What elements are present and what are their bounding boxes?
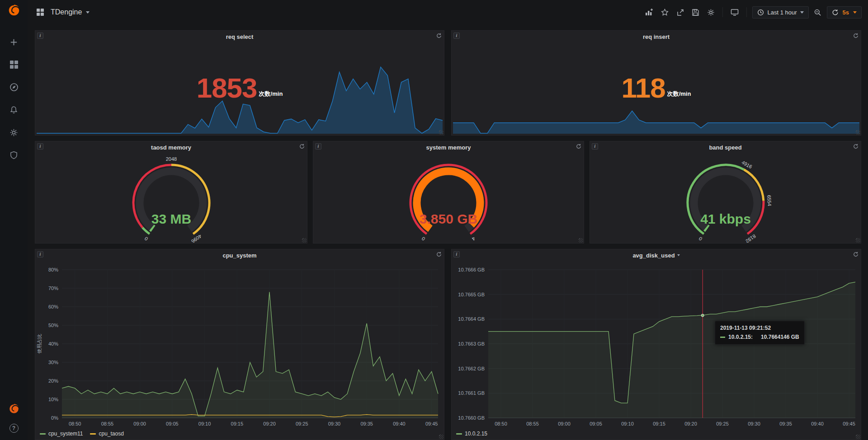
svg-text:09:15: 09:15 (231, 421, 244, 426)
dashboard-title[interactable]: TDengine (51, 8, 82, 16)
zoom-out-icon[interactable] (811, 6, 824, 19)
create-plus-icon[interactable] (9, 37, 19, 47)
dashboard-title-caret-icon[interactable] (86, 11, 90, 14)
svg-text:09:35: 09:35 (360, 421, 373, 426)
panel-resize-handle[interactable] (302, 238, 307, 243)
panel-loading-icon[interactable] (853, 144, 859, 149)
dashboard-icon[interactable] (34, 6, 47, 19)
tv-mode-icon[interactable] (728, 6, 741, 19)
panel-resize-handle[interactable] (439, 435, 443, 439)
panel-loading-icon[interactable] (436, 252, 442, 257)
panel-loading-icon[interactable] (853, 252, 859, 257)
legend-item-10-0-2-15[interactable]: 10.0.2.15 (456, 431, 487, 437)
panel-header-avg-disk-used[interactable]: avg_disk_used (452, 249, 861, 261)
grafana-logo-icon (7, 4, 21, 17)
svg-text:08:55: 08:55 (101, 421, 114, 426)
panel-title: avg_disk_used (632, 252, 675, 259)
avg-disk-used-chart: 10.7660 GB10.7661 GB10.7662 GB10.7663 GB… (452, 261, 861, 430)
time-range-picker[interactable]: Last 1 hour (752, 6, 808, 19)
configuration-gear-icon[interactable] (9, 127, 19, 137)
svg-text:6554: 6554 (766, 195, 772, 206)
svg-text:09:35: 09:35 (779, 421, 792, 426)
svg-text:09:20: 09:20 (263, 421, 276, 426)
svg-text:09:40: 09:40 (393, 421, 406, 426)
help-icon[interactable]: ? (9, 424, 19, 433)
alerting-bell-icon[interactable] (9, 105, 19, 115)
share-icon[interactable] (674, 6, 686, 19)
star-icon[interactable] (658, 6, 671, 19)
panel-resize-handle[interactable] (856, 435, 860, 439)
svg-text:08:55: 08:55 (526, 421, 539, 426)
save-icon[interactable] (689, 6, 702, 19)
panel-title: band speed (709, 144, 741, 151)
panel-header-cpu-system[interactable]: cpu_system (35, 249, 444, 261)
svg-text:09:10: 09:10 (198, 421, 211, 426)
panel-system-memory: i system memory 043.850 GB (313, 141, 584, 243)
svg-text:60%: 60% (48, 304, 58, 309)
cpu-system-legend: cpu_system11 cpu_taosd (40, 429, 124, 438)
legend-color-swatch (40, 433, 46, 435)
panel-loading-icon[interactable] (299, 144, 305, 149)
panel-info-icon[interactable]: i (37, 251, 43, 257)
add-panel-icon[interactable] (643, 6, 656, 19)
svg-text:09:10: 09:10 (621, 421, 634, 426)
settings-gear-icon[interactable] (704, 6, 717, 19)
big-value-unit: 次数/min (667, 90, 691, 97)
nav-separator (746, 7, 747, 17)
server-admin-shield-icon[interactable] (9, 150, 19, 160)
svg-text:10.7660 GB: 10.7660 GB (458, 415, 485, 421)
tooltip-series-name: 10.0.2.15: (728, 334, 753, 340)
panel-info-icon[interactable]: i (453, 251, 460, 257)
panel-resize-handle[interactable] (579, 238, 583, 243)
svg-text:09:30: 09:30 (328, 421, 341, 426)
panel-cpu-system: i cpu_system 0%10%20%30%40%50%60%70%80%0… (35, 249, 444, 440)
refresh-icon (832, 9, 839, 16)
panel-info-icon[interactable]: i (592, 143, 598, 150)
svg-text:10.7662 GB: 10.7662 GB (458, 366, 485, 371)
req-insert-value: 118次数/min (452, 74, 861, 110)
panel-req-insert: i req insert 118次数/min (451, 30, 861, 136)
legend-item-cpu-system11[interactable]: cpu_system11 (40, 431, 83, 437)
tooltip-series-swatch (720, 337, 725, 338)
panel-header-taosd-memory[interactable]: taosd memory (35, 141, 307, 153)
svg-text:0: 0 (698, 235, 703, 241)
gauge-svg: 02048409633 MB (104, 154, 239, 243)
tooltip-timestamp: 2019-11-13 09:21:52 (720, 325, 799, 331)
dashboard-grid: i req select 1853次数/min i req insert 118… (28, 24, 868, 440)
svg-text:0: 0 (420, 235, 426, 241)
legend-color-swatch (456, 433, 462, 435)
panel-header-system-memory[interactable]: system memory (313, 141, 584, 153)
panel-menu-caret-icon[interactable] (677, 254, 680, 256)
user-avatar[interactable] (8, 403, 20, 415)
cpu-system-chart: 0%10%20%30%40%50%60%70%80%08:5008:5509:0… (36, 261, 444, 430)
panel-info-icon[interactable]: i (37, 143, 43, 150)
panel-header-req-insert[interactable]: req insert (452, 31, 861, 42)
avatar-logo-icon (8, 403, 20, 415)
refresh-interval-picker[interactable]: 5s (827, 6, 862, 19)
panel-header-band-speed[interactable]: band speed (590, 141, 861, 153)
panel-info-icon[interactable]: i (37, 33, 43, 39)
panel-loading-icon[interactable] (576, 144, 581, 149)
panel-loading-icon[interactable] (436, 33, 442, 38)
explore-compass-icon[interactable] (9, 82, 19, 92)
big-value: 118 (622, 72, 665, 103)
gauge-svg: 043.850 GB (381, 154, 516, 243)
panel-resize-handle[interactable] (856, 238, 860, 243)
legend-item-cpu-taosd[interactable]: cpu_taosd (90, 431, 123, 437)
panel-info-icon[interactable]: i (315, 143, 321, 150)
svg-text:0: 0 (143, 235, 149, 241)
dashboards-grid-icon[interactable] (9, 60, 19, 70)
panel-header-req-select[interactable]: req select (35, 31, 444, 42)
panel-resize-handle[interactable] (439, 130, 443, 135)
panel-resize-handle[interactable] (856, 130, 860, 135)
panel-title: req insert (643, 33, 670, 40)
svg-text:4096: 4096 (190, 233, 203, 242)
panel-info-icon[interactable]: i (453, 33, 460, 39)
grafana-logo[interactable] (7, 4, 21, 17)
svg-text:30%: 30% (48, 360, 58, 365)
svg-text:09:25: 09:25 (296, 421, 308, 426)
svg-text:09:30: 09:30 (748, 421, 760, 426)
panel-loading-icon[interactable] (853, 33, 859, 38)
svg-text:40%: 40% (48, 341, 58, 346)
svg-text:4: 4 (471, 235, 476, 241)
